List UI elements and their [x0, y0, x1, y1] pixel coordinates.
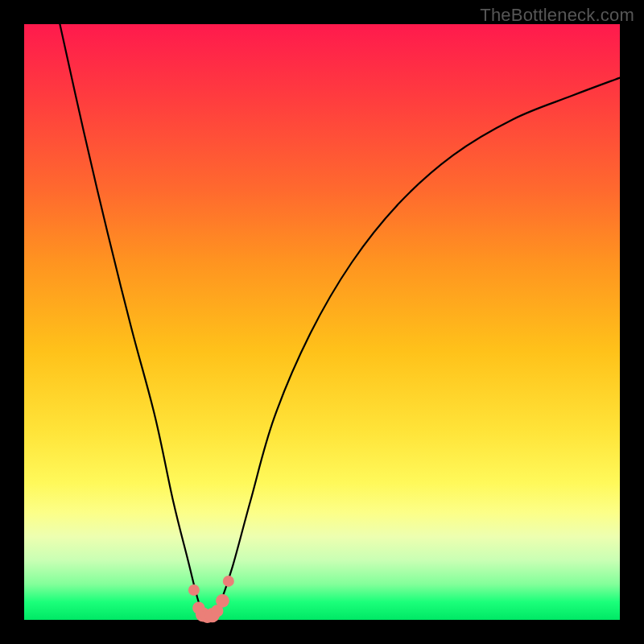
chart-frame: TheBottleneck.com	[0, 0, 644, 644]
bottleneck-curve	[60, 24, 620, 617]
highlight-dot	[188, 584, 200, 596]
plot-area	[24, 24, 620, 620]
highlight-dot	[223, 576, 234, 587]
highlight-markers	[188, 576, 234, 623]
watermark-text: TheBottleneck.com	[480, 5, 634, 26]
curve-layer	[24, 24, 620, 620]
highlight-dot	[216, 594, 229, 608]
